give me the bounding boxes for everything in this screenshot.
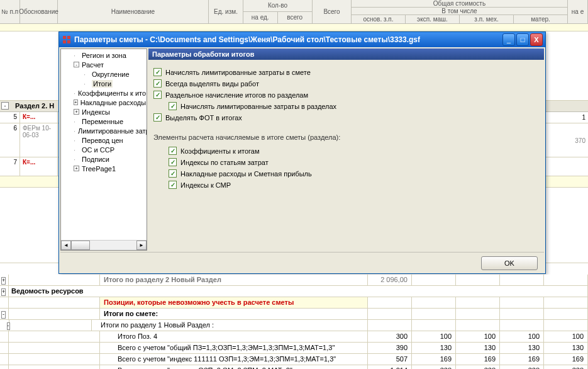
tree-dot-icon: ·: [74, 146, 79, 154]
expand-icon[interactable]: +: [74, 166, 79, 171]
checkbox-row: Коэффициенты к итогам: [169, 147, 540, 155]
tree-item-итоги[interactable]: ·Итоги: [62, 79, 145, 88]
checkbox-label: Индексы по статьям затрат: [180, 159, 269, 166]
row-itogi-smete[interactable]: - Итоги по смете:: [0, 309, 588, 320]
row-value: 300: [368, 331, 412, 342]
grid-header: № п.п Обоснование Наименование Ед. изм. …: [0, 0, 588, 24]
scroll-left-icon[interactable]: ◄: [61, 241, 71, 250]
checkbox[interactable]: [153, 79, 162, 88]
svg-rect-2: [63, 40, 66, 43]
close-button[interactable]: X: [530, 33, 543, 46]
row-pozicii[interactable]: Позиции, которые невозможно учесть в рас…: [0, 297, 588, 309]
table-row[interactable]: Итого Поз. 4300100100100100: [0, 331, 588, 343]
checkbox[interactable]: [153, 113, 162, 122]
tree-item-расчет[interactable]: -Расчет: [62, 60, 145, 69]
checkbox-label: Выделять ФОТ в итогах: [165, 114, 242, 122]
collapse-icon[interactable]: -: [74, 62, 79, 67]
tree-label: Округление: [92, 71, 130, 78]
tree-item-подписи[interactable]: ·Подписи: [62, 154, 145, 164]
row-name: Всего с учетом "доп. нач ОЗП=2;ЭМ=2;ЗПМ=…: [100, 365, 368, 369]
tree-label: Накладные расходы: [80, 99, 146, 106]
tree-item-округление[interactable]: ·Округление: [62, 69, 145, 79]
checkbox[interactable]: [153, 91, 162, 99]
col-obosnov: Обоснование: [20, 0, 58, 23]
checkbox-row: Индексы по статьям затрат: [169, 158, 540, 166]
checkbox-label: Накладные расходы и Сметная прибыль: [180, 170, 312, 178]
expand-icon[interactable]: -: [1, 102, 9, 110]
tree-label: Подписи: [82, 156, 109, 163]
row-value: 169: [456, 354, 500, 365]
checkbox-row: Начислять лимитированные затраты в смете: [153, 68, 540, 76]
row-name: Итого Поз. 4: [100, 331, 368, 342]
row-vedomost[interactable]: + Ведомость ресурсов: [0, 286, 588, 297]
checkbox-label: Раздельное начисление итогов по разделам: [165, 91, 308, 99]
tree-item-перевод-цен[interactable]: ·Перевод цен: [62, 135, 145, 145]
scroll-right-icon[interactable]: ►: [136, 241, 147, 250]
checkbox[interactable]: [169, 158, 177, 166]
col-stoim: Общая стоимость В том числе основ. з.п. …: [352, 0, 568, 23]
checkbox-label: Начислять лимитированные затраты в разде…: [180, 103, 336, 110]
tree-dot-icon: ·: [84, 71, 89, 78]
row-value: 338: [456, 365, 500, 369]
content-panel: Параметры обработки итогов Начислять лим…: [148, 47, 545, 252]
tree-item-коэффициенты-к-итогам[interactable]: ·Коэффициенты к итогам: [62, 88, 145, 98]
checkbox[interactable]: [169, 169, 177, 178]
tree-item-индексы[interactable]: +Индексы: [62, 107, 145, 116]
checkbox-label: Коэффициенты к итогам: [180, 147, 260, 155]
checkbox[interactable]: [169, 147, 177, 155]
row-itogo-razdel-2[interactable]: + Итого по разделу 2 Новый Раздел 2 096,…: [0, 275, 588, 286]
table-row[interactable]: Всего с учетом "доп. нач ОЗП=2;ЭМ=2;ЗПМ=…: [0, 365, 588, 369]
row-value: 130: [456, 343, 500, 353]
expand-icon[interactable]: +: [1, 277, 6, 285]
tree-label: ОС и ССР: [82, 146, 114, 154]
checkbox[interactable]: [169, 102, 177, 110]
cell-val-370: 370: [575, 137, 585, 144]
row-value: 169: [544, 354, 588, 365]
tree-scrollbar[interactable]: ◄ ►: [61, 240, 147, 250]
row-value: 100: [456, 331, 500, 342]
tree-item-лимитированные-затраты[interactable]: ·Лимитированные затраты: [62, 126, 145, 135]
app-icon: [62, 35, 72, 45]
expand-icon[interactable]: +: [74, 109, 79, 115]
tree-dot-icon: ·: [74, 118, 79, 125]
checkbox[interactable]: [169, 181, 177, 189]
tree-item-регион-и-зона[interactable]: ·Регион и зона: [62, 50, 145, 60]
cell-val-1: 1: [582, 114, 585, 121]
tree-item-переменные[interactable]: ·Переменные: [62, 116, 145, 126]
collapse-icon[interactable]: -: [1, 311, 6, 319]
row-value: 130: [412, 343, 456, 353]
dialog-footer: OK: [60, 252, 544, 273]
checkbox-label: Индексы к СМР: [180, 181, 231, 189]
row-value: 338: [544, 365, 588, 369]
tree-dot-icon: ·: [74, 127, 75, 135]
checkbox-row: Раздельное начисление итогов по разделам: [153, 91, 540, 99]
table-row[interactable]: Всего с учетом "индекс 111111 ОЗП=1,3;ЭМ…: [0, 354, 588, 365]
maximize-button[interactable]: □: [516, 33, 529, 46]
ok-button[interactable]: OK: [481, 256, 538, 270]
row-value: 169: [500, 354, 544, 365]
tree-item-накладные-расходы[interactable]: +Накладные расходы: [62, 98, 145, 107]
row-value: 100: [500, 331, 544, 342]
tree-label: Расчет: [82, 61, 104, 69]
dialog-titlebar[interactable]: Параметры сметы - C:\Documents and Setti…: [59, 32, 545, 47]
col-npp: № п.п: [0, 0, 20, 23]
row-value: 169: [412, 354, 456, 365]
expand-icon[interactable]: +: [1, 288, 6, 296]
table-row[interactable]: Всего с учетом "общий ПЗ=1,3;ОЗП=1,3;ЭМ=…: [0, 343, 588, 354]
tree-item-ос-и-сср[interactable]: ·ОС и ССР: [62, 145, 145, 154]
row-value: 130: [544, 343, 588, 353]
tree[interactable]: ·Регион и зона-Расчет·Округление·Итоги·К…: [61, 49, 147, 240]
tree-label: Итоги: [92, 80, 113, 88]
tree-dot-icon: ·: [74, 137, 79, 144]
scroll-thumb[interactable]: [71, 241, 90, 250]
minimize-button[interactable]: _: [502, 33, 515, 46]
expand-icon[interactable]: +: [74, 99, 78, 105]
tree-panel: ·Регион и зона-Расчет·Округление·Итоги·К…: [60, 48, 147, 251]
row-itogi-razdel-1[interactable]: - Итоги по разделу 1 Новый Раздел :: [0, 320, 588, 331]
row-value: 1 014: [368, 365, 412, 369]
elements-label: Элементы расчета начисляемые в итоге сме…: [153, 133, 540, 141]
checkbox[interactable]: [153, 68, 162, 76]
tree-item-treepage1[interactable]: +TreePage1: [62, 164, 145, 173]
col-edizm: Ед. изм.: [209, 0, 243, 23]
dialog-title: Параметры сметы - C:\Documents and Setti…: [74, 35, 501, 44]
